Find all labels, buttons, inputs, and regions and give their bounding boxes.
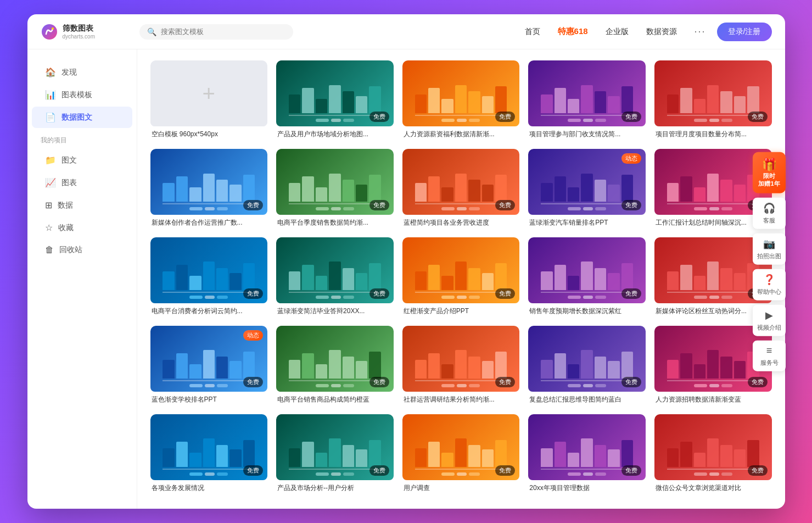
help-icon: ❓ xyxy=(763,273,775,285)
search-bar[interactable]: 🔍 xyxy=(139,24,293,40)
card-title: 空白模板 960px*540px xyxy=(150,126,268,140)
card-title: 新媒体创作者合作运营推广数... xyxy=(150,215,268,229)
sidebar-item-data[interactable]: ⊞ 数据 xyxy=(32,194,132,216)
card-title: 红橙渐变产品介绍PPT xyxy=(402,303,520,317)
card-title: 社群运营调研结果分析简约渐... xyxy=(402,392,520,405)
card-title: 蓝绿渐变汽车销量排名PPT xyxy=(528,215,646,229)
sidebar-label-infographic: 图文 xyxy=(61,155,77,165)
sidebar-label-data: 数据 xyxy=(58,201,73,210)
card-title: 电商平台季度销售数据简约渐... xyxy=(276,215,394,229)
free-badge: 免费 xyxy=(243,200,263,210)
float-panel: 🎁 限时 加赠1年 🎧 客服 📷 拍照出图 ❓ 帮助中心 ▶ 视频介绍 ≡ 服务… xyxy=(753,152,786,371)
body-area: 🏠 发现 📊 图表模板 📄 数据图文 我的项目 📁 图文 📈 图表 ⊞ xyxy=(27,49,785,509)
card-title: 蓝橙简约项目各业务营收进度 xyxy=(402,215,520,229)
template-card[interactable]: 免费 新媒体创作者合作运营推广数... xyxy=(150,149,268,229)
infographic-icon: 📄 xyxy=(45,112,56,123)
free-badge: 免费 xyxy=(748,377,768,387)
headphone-icon: 🎧 xyxy=(763,202,775,214)
sidebar-item-trash[interactable]: 🗑 回收站 xyxy=(32,240,132,260)
template-card[interactable]: 免费 复盘总结汇报思维导图简约蓝白 xyxy=(528,326,646,405)
template-card[interactable]: 免费 红橙渐变产品介绍PPT xyxy=(402,237,520,317)
search-input[interactable] xyxy=(161,27,285,36)
promo-card[interactable]: 🎁 限时 加赠1年 xyxy=(753,152,786,193)
svg-point-1 xyxy=(52,27,54,30)
card-thumbnail: 免费 xyxy=(402,149,520,215)
template-card[interactable]: 免费 产品及市场分析--用户分析 xyxy=(276,414,394,494)
template-card[interactable]: 免费 20xx年项目管理数据 xyxy=(528,414,646,494)
video-btn[interactable]: ▶ 视频介绍 xyxy=(753,304,786,336)
template-card[interactable]: 动态免费 蓝色渐变学校排名PPT xyxy=(150,326,268,405)
card-title: 用户调查 xyxy=(402,480,520,494)
card-thumbnail: 免费 xyxy=(276,326,394,392)
nav-links: 首页 特惠618 企业版 数据资源 ··· xyxy=(525,26,706,37)
template-card[interactable]: 免费 项目管理参与部门收支情况简... xyxy=(528,60,646,140)
free-badge: 免费 xyxy=(495,288,515,299)
sidebar-label-data-infographic: 数据图文 xyxy=(61,113,92,123)
card-thumbnail: 免费 xyxy=(528,60,646,126)
template-card[interactable]: 动态免费 蓝绿渐变汽车销量排名PPT xyxy=(528,149,646,229)
card-thumbnail: 免费 xyxy=(150,149,268,215)
card-title: 蓝色渐变学校排名PPT xyxy=(150,392,268,405)
help-btn[interactable]: ❓ 帮助中心 xyxy=(753,269,786,300)
sidebar-item-discover[interactable]: 🏠 发现 xyxy=(32,62,132,83)
card-title: 各项业务发展情况 xyxy=(150,480,268,494)
card-title: 人力资源薪资福利数据清新渐... xyxy=(402,126,520,140)
free-badge: 免费 xyxy=(621,200,641,210)
table-icon: ⊞ xyxy=(45,200,52,210)
card-title: 电商平台消费者分析词云简约... xyxy=(150,303,268,317)
logo-icon xyxy=(41,23,58,41)
trash-icon: 🗑 xyxy=(45,245,54,255)
free-badge: 免费 xyxy=(495,465,515,476)
template-card[interactable]: 免费 电商平台季度销售数据简约渐... xyxy=(276,149,394,229)
card-title: 20xx年项目管理数据 xyxy=(528,480,646,494)
chart-icon: 📊 xyxy=(45,90,56,100)
template-card[interactable]: + 空白模板 960px*540px xyxy=(150,60,268,140)
template-card[interactable]: 免费 电商平台消费者分析词云简约... xyxy=(150,237,268,317)
card-thumbnail: 免费 xyxy=(150,237,268,303)
nav-data-resources[interactable]: 数据资源 xyxy=(646,27,677,37)
sidebar-item-collect[interactable]: ☆ 收藏 xyxy=(32,217,132,238)
template-card[interactable]: 免费 微信公众号文章浏览渠道对比 xyxy=(654,414,772,494)
card-title: 电商平台销售商品构成简约橙蓝 xyxy=(276,392,394,405)
gift-icon: 🎁 xyxy=(757,158,781,172)
video-label: 视频介绍 xyxy=(757,323,781,331)
free-badge: 免费 xyxy=(495,200,515,210)
sidebar-item-chart[interactable]: 📈 图表 xyxy=(32,172,132,193)
nav-sale618[interactable]: 特惠618 xyxy=(558,26,588,37)
logo[interactable]: 筛数图表 dycharts.com xyxy=(41,23,128,41)
template-card[interactable]: 免费 人力资源薪资福利数据清新渐... xyxy=(402,60,520,140)
template-card[interactable]: 免费 蓝绿渐变简洁毕业答辩20XX... xyxy=(276,237,394,317)
card-thumbnail: 免费 xyxy=(402,60,520,126)
free-badge: 免费 xyxy=(369,465,389,476)
template-card[interactable]: 免费 用户调查 xyxy=(402,414,520,494)
template-card[interactable]: 免费 产品及用户市场地域分析地图... xyxy=(276,60,394,140)
card-thumbnail: 免费 xyxy=(528,414,646,480)
login-button[interactable]: 登录/注册 xyxy=(717,23,772,41)
logo-subtitle: dycharts.com xyxy=(63,34,95,40)
template-card[interactable]: 免费 销售年度预期增长数据深沉紫红 xyxy=(528,237,646,317)
card-thumbnail: 免费 xyxy=(402,414,520,480)
free-badge: 免费 xyxy=(621,465,641,476)
sidebar-item-infographic[interactable]: 📁 图文 xyxy=(32,149,132,171)
sidebar-item-chart-template[interactable]: 📊 图表模板 xyxy=(32,84,132,105)
camera-icon: 📷 xyxy=(763,237,775,249)
nav-home[interactable]: 首页 xyxy=(525,27,540,37)
photo-chart-btn[interactable]: 📷 拍照出图 xyxy=(753,233,786,264)
card-title: 项目管理月度项目数量分布简... xyxy=(654,126,772,140)
nav-more[interactable]: ··· xyxy=(695,26,706,37)
sidebar-label-trash: 回收站 xyxy=(59,245,82,255)
customer-service-btn[interactable]: 🎧 客服 xyxy=(753,197,786,229)
nav-enterprise[interactable]: 企业版 xyxy=(606,27,629,37)
template-card[interactable]: 免费 蓝橙简约项目各业务营收进度 xyxy=(402,149,520,229)
search-icon: 🔍 xyxy=(147,27,156,36)
sidebar-item-data-infographic[interactable]: 📄 数据图文 xyxy=(32,107,132,128)
service-account-btn[interactable]: ≡ 服务号 xyxy=(753,340,786,371)
card-title: 项目管理参与部门收支情况简... xyxy=(528,126,646,140)
free-badge: 免费 xyxy=(621,112,641,122)
template-card[interactable]: 免费 电商平台销售商品构成简约橙蓝 xyxy=(276,326,394,405)
template-card[interactable]: 免费 社群运营调研结果分析简约渐... xyxy=(402,326,520,405)
free-badge: 免费 xyxy=(495,377,515,387)
template-card[interactable]: 免费 各项业务发展情况 xyxy=(150,414,268,494)
card-thumbnail: 免费 xyxy=(276,237,394,303)
template-card[interactable]: 免费 项目管理月度项目数量分布简... xyxy=(654,60,772,140)
